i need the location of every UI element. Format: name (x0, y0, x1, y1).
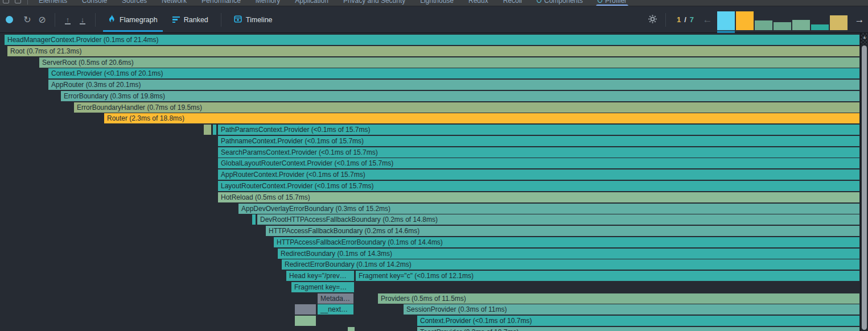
flame-bar[interactable]: RedirectErrorBoundary (0.1ms of 14.2ms) (282, 259, 859, 270)
flame-bar[interactable]: __next… (318, 304, 353, 315)
import-profile-icon[interactable]: ↑ (60, 15, 75, 24)
flame-bar[interactable]: Context.Provider (<0.1ms of 10.7ms) (417, 316, 859, 326)
devtools-tab-profiler[interactable]: Profiler (590, 0, 634, 6)
tab-timeline-label: Timeline (246, 16, 273, 24)
flame-bar[interactable] (213, 125, 216, 135)
flame-bar-label: __next… (318, 304, 353, 315)
flame-bar[interactable]: ErrorBoundary (0.3ms of 19.8ms) (61, 91, 859, 101)
minimap-bar[interactable] (755, 20, 772, 30)
flame-bar-label: AppRouterContext.Provider (<0.1ms of 15.… (218, 169, 859, 180)
flame-bar-label: AppRouter (0.3ms of 20.1ms) (48, 80, 859, 90)
flame-bar[interactable]: DevRootHTTPAccessFallbackBoundary (0.2ms… (257, 214, 859, 225)
flame-bar[interactable]: Providers (0.5ms of 11.5ms) (378, 293, 859, 304)
flame-bar[interactable]: HTTPAccessFallbackErrorBoundary (0.1ms o… (274, 237, 859, 247)
flame-bar-label: AppDevOverlayErrorBoundary (0.3ms of 15.… (238, 204, 859, 214)
flame-bar[interactable]: Router (2.3ms of 18.8ms) (104, 113, 859, 123)
export-profile-icon[interactable]: ↓ (75, 15, 90, 24)
devtools-tab-label: Recoil (503, 0, 522, 6)
devtools-tab-label: Network (162, 0, 187, 6)
flame-bar-label: Context.Provider (<0.1ms of 20.1ms) (48, 68, 859, 78)
devtools-tab-label: Elements (39, 0, 67, 6)
flame-bar[interactable]: GlobalLayoutRouterContext.Provider (<0.1… (218, 158, 859, 168)
scroll-up-icon[interactable]: ▲ (861, 35, 868, 40)
flame-bar[interactable] (252, 214, 256, 225)
flame-bar[interactable]: HeadManagerContext.Provider (0.1ms of 21… (5, 35, 859, 45)
flame-bar-label: RedirectErrorBoundary (0.1ms of 14.2ms) (282, 259, 859, 270)
flame-bar[interactable] (295, 304, 316, 315)
flame-bar[interactable]: AppDevOverlayErrorBoundary (0.3ms of 15.… (238, 204, 859, 214)
flame-bar[interactable]: HotReload (0.5ms of 15.7ms) (218, 192, 859, 202)
flame-bar[interactable]: Head key="/prev… (286, 271, 354, 281)
record-button[interactable] (6, 16, 13, 23)
flame-bar[interactable]: SearchParamsContext.Provider (<0.1ms of … (218, 147, 859, 158)
flame-bar-label: SearchParamsContext.Provider (<0.1ms of … (218, 147, 859, 158)
devtools-tab-privacy-and-security[interactable]: Privacy and Security (336, 0, 413, 6)
commit-total: 7 (690, 15, 694, 24)
flame-bar[interactable]: Fragment key=… (291, 282, 354, 292)
devtools-tab-console[interactable]: Console (75, 0, 114, 6)
flame-bar[interactable]: ServerRoot (0.5ms of 20.6ms) (39, 57, 859, 68)
minimap-bar[interactable] (811, 24, 829, 30)
flame-bar-label: ToastProvider (0.3ms of 10.7ms) (417, 327, 859, 331)
flame-bar-label: RedirectBoundary (0.1ms of 14.3ms) (278, 249, 859, 259)
minimap-bar[interactable] (774, 22, 791, 30)
inspect-icon[interactable] (3, 0, 9, 3)
vertical-scrollbar[interactable]: ▲ (860, 33, 868, 331)
flame-bar[interactable] (295, 316, 316, 326)
minimap-bar[interactable] (736, 11, 754, 30)
flame-bar[interactable]: Root (0.7ms of 21.3ms) (7, 46, 859, 56)
flame-bar[interactable]: LayoutRouterContext.Provider (<0.1ms of … (218, 181, 859, 191)
scrollbar-thumb[interactable] (862, 45, 867, 330)
flame-bar[interactable]: Context.Provider (<0.1ms of 20.1ms) (48, 68, 859, 78)
clear-profile-icon[interactable]: ⊘ (35, 15, 50, 24)
reload-and-profile-icon[interactable]: ↻ (20, 15, 35, 24)
devtools-tab-recoil[interactable]: Recoil (496, 0, 529, 6)
flame-bar[interactable]: AppRouter (0.3ms of 20.1ms) (48, 80, 859, 90)
devtools-tab-performance[interactable]: Performance (194, 0, 248, 6)
flame-bar-label: SessionProvider (0.3ms of 11ms) (404, 304, 859, 315)
flame-bar[interactable]: SessionProvider (0.3ms of 11ms) (404, 304, 859, 315)
gear-icon[interactable] (645, 14, 660, 26)
flame-bar-label: HTTPAccessFallbackBoundary (0.2ms of 14.… (266, 226, 859, 236)
devtools-tab-components[interactable]: Components (529, 0, 590, 6)
devtools-tab-label: Sources (122, 0, 147, 6)
flame-bar[interactable]: ErrorBoundaryHandler (0.7ms of 19.5ms) (74, 102, 859, 113)
devtools-tab-memory[interactable]: Memory (248, 0, 287, 6)
devtools-tab-label: Performance (201, 0, 241, 6)
devtools-tab-label: Memory (256, 0, 280, 6)
divider (665, 13, 666, 27)
flame-bar-label: GlobalLayoutRouterContext.Provider (<0.1… (218, 158, 859, 168)
next-commit-button[interactable]: → (852, 14, 867, 26)
flame-bar[interactable]: RedirectBoundary (0.1ms of 14.3ms) (278, 249, 859, 259)
flame-bar[interactable]: Metada… (318, 293, 353, 304)
devtools-tab-elements[interactable]: Elements (31, 0, 75, 6)
flame-bar[interactable] (348, 327, 355, 331)
flame-bar[interactable] (204, 125, 211, 135)
minimap-bar[interactable] (792, 20, 810, 30)
devtools-tab-application[interactable]: Application (287, 0, 336, 6)
previous-commit-button[interactable]: ← (700, 14, 715, 26)
flame-bar[interactable]: PathnameContext.Provider (<0.1ms of 15.7… (218, 136, 859, 146)
flame-bar[interactable]: PathParamsContext.Provider (<0.1ms of 15… (218, 125, 859, 135)
flame-bar-label: Fragment key=… (291, 282, 354, 292)
minimap-bar[interactable] (830, 15, 848, 30)
flame-bar-label: HTTPAccessFallbackErrorBoundary (0.1ms o… (274, 237, 859, 247)
flame-bar-label: HeadManagerContext.Provider (0.1ms of 21… (5, 35, 859, 45)
divider (55, 13, 55, 27)
tab-timeline[interactable]: Timeline (227, 7, 280, 32)
device-toolbar-icon[interactable] (15, 0, 21, 3)
tab-ranked[interactable]: Ranked (165, 7, 216, 32)
flame-bar[interactable]: AppRouterContext.Provider (<0.1ms of 15.… (218, 169, 859, 180)
devtools-tab-label: Application (295, 0, 328, 6)
devtools-tab-label: Redux (468, 0, 488, 6)
flame-bar[interactable]: HTTPAccessFallbackBoundary (0.2ms of 14.… (266, 226, 859, 236)
toolbar-left: ↻ ⊘ ↑ ↓ Flamegraph Ranked (0, 7, 280, 32)
devtools-tab-lighthouse[interactable]: Lighthouse (413, 0, 461, 6)
tab-flamegraph[interactable]: Flamegraph (101, 7, 165, 32)
devtools-tab-sources[interactable]: Sources (114, 0, 154, 6)
minimap-bar[interactable] (717, 11, 735, 30)
flame-bar[interactable]: ToastProvider (0.3ms of 10.7ms) (417, 327, 859, 331)
devtools-tab-network[interactable]: Network (154, 0, 194, 6)
devtools-tab-redux[interactable]: Redux (461, 0, 496, 6)
flame-bar[interactable]: Fragment key="c" (<0.1ms of 12.1ms) (356, 271, 859, 281)
